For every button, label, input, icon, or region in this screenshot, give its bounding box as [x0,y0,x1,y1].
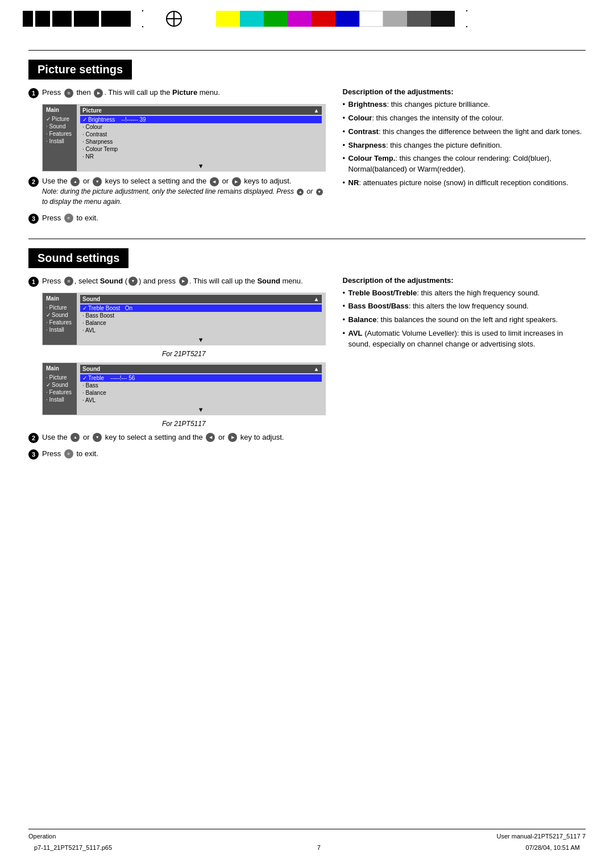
sound-menu-sound-5217: Sound [46,311,73,319]
black-block-3 [52,11,72,27]
picture-step-2: 2 Use the or keys to select a setting an… [28,176,326,207]
color-green [264,11,288,27]
color-cyan [240,11,264,27]
sound-menu-features-5117: · Features [46,389,73,396]
sound-menu-sub-5117: Sound ▲ Treble -----!--- 56 · Bass · Bal… [77,363,325,415]
sound-menu-install-5117: · Install [46,396,73,403]
sound-menu-btn-icon [64,277,73,286]
sound-trebleboost-item: Treble Boost On [80,304,322,312]
nav-down-icon [93,177,102,186]
sound-desc-col: Description of the adjustments: Treble B… [343,276,586,465]
color-red [312,11,335,27]
color-magenta [288,11,312,27]
sound-step-2-text: Use the or key to select a setting and t… [42,432,284,443]
black-block-1 [23,11,33,27]
desc-bassboost: Bass Boost/Bass: this alters the low fre… [343,301,586,312]
sound-avl-item-5117: · AVL [80,397,322,404]
picture-steps-col: 1 Press then . This will call up the Pic… [28,87,326,229]
menu-item-features: · Features [46,130,73,137]
sound-settings-title: Sound settings [28,248,128,268]
sound-menu-features-5217: · Features [46,319,73,326]
sound-bassboost-item: · Bass Boost [80,312,322,319]
color-yellow [216,11,240,27]
desc-colourtemp: Colour Temp.: this changes the colour re… [343,153,586,175]
menu-caption-5217: For 21PT5217 [42,350,326,358]
sound-desc-header: Description of the adjustments: [343,276,586,285]
sound-step-2: 2 Use the or key to select a setting and… [28,432,326,443]
sound-step-1: 1 Press , select Sound () and press . Th… [28,276,326,287]
menu-item-sound: · Sound [46,123,73,130]
sound-step-3: 3 Press to exit. [28,449,326,460]
nav-left-icon [210,177,219,186]
sound-nav-left-icon [206,433,215,442]
sound-menu-main-title-5117: Main [46,365,73,372]
picture-settings-section: Picture settings 1 Press then . This wil… [28,60,586,229]
menu-main-title: Main [46,107,73,113]
sound-nav-up-icon [70,433,80,442]
sound-desc-list: Treble Boost/Treble: this alters the hig… [343,288,586,350]
color-blue [335,11,359,27]
sound-step-num-1: 1 [28,277,39,287]
nav-right-icon [94,89,103,98]
black-block-4 [74,11,99,27]
left-side-marker [142,10,143,27]
sound-nav-right-icon [179,277,188,286]
black-block-5 [101,11,131,27]
picture-step-2-text: Use the or keys to select a setting and … [42,176,326,207]
sound-bass-item: · Bass [80,382,322,389]
desc-contrast: Contrast: this changes the difference be… [343,127,586,137]
picture-settings-title: Picture settings [28,60,132,80]
sound-sub-title-5217: Sound ▲ [80,295,322,303]
footer-right: User manual-21PT5217_5117 7 [496,833,586,840]
right-side-marker [466,10,467,27]
step-num-2: 2 [28,177,39,187]
color-dgray [407,11,431,27]
picture-menu-screenshot: Main Picture · Sound · Features · Instal… [42,104,326,172]
sound-step-3-text: Press to exit. [42,449,98,459]
sound-step-num-3: 3 [28,449,39,460]
picture-brightness-item: Brightness --!------ 39 [80,116,322,123]
color-blocks [216,11,455,27]
sound-nav-right-icon-2 [228,433,237,442]
sound-menu-sub-5217: Sound ▲ Treble Boost On · Bass Boost · B… [77,293,325,345]
desc-trebleboost: Treble Boost/Treble: this alters the hig… [343,288,586,299]
sound-exit-btn-icon [64,449,73,458]
nav-right-icon-2 [232,177,241,186]
sound-avl-item: · AVL [80,327,322,334]
sound-balance-item-5117: · Balance [80,389,322,397]
sound-menu-main-5117: Main · Picture Sound · Features · Instal… [43,363,77,415]
middle-divider [28,239,586,239]
desc-brightness: Brightness: this changes picture brillia… [343,99,586,110]
main-content: Picture settings 1 Press then . This wil… [0,33,614,486]
sound-step-num-2: 2 [28,433,39,443]
picture-menu-sub: Picture ▲ Brightness --!------ 39 · Colo… [77,105,325,171]
picture-step-3: 3 Press to exit. [28,213,326,224]
desc-avl: AVL (Automatic Volume Leveller): this is… [343,328,586,350]
picture-nr-item: · NR [80,153,322,160]
picture-step-3-text: Press to exit. [42,213,98,223]
footer-filename: p7-11_21PT5217_5117.p65 [34,844,112,851]
sound-menu-sound-5117: Sound [46,381,73,389]
top-bar [0,0,614,33]
sound-nav-down-icon [128,277,138,286]
picture-desc-col: Description of the adjustments: Brightne… [343,87,586,229]
sound-menu-install-5217: · Install [46,326,73,333]
picture-settings-content: 1 Press then . This will call up the Pic… [28,87,586,229]
desc-nr: NR: attenuates picture noise (snow) in d… [343,178,586,189]
sound-settings-section: Sound settings 1 Press , select Sound ()… [28,248,586,465]
nav-up-icon [70,177,80,186]
footer-row: Operation User manual-21PT5217_5117 7 [28,833,586,840]
sound-menu-main-5217: Main · Picture Sound · Features · Instal… [43,293,77,345]
sound-menu-21PT5117: Main · Picture Sound · Features · Instal… [42,362,326,415]
sound-nav-down-icon-2 [93,433,102,442]
color-white [359,11,383,27]
nav-down-icon-2 [316,189,323,195]
menu-button-icon [64,89,73,98]
black-blocks [23,11,131,27]
footer-timestamp: 07/28/04, 10:51 AM [526,844,580,851]
desc-colour: Colour: this changes the intensity of th… [343,113,586,124]
crosshair-icon [166,11,182,27]
sound-menu-21PT5217: Main · Picture Sound · Features · Instal… [42,293,326,345]
color-lgray [383,11,407,27]
sound-sub-title-5117: Sound ▲ [80,365,322,373]
